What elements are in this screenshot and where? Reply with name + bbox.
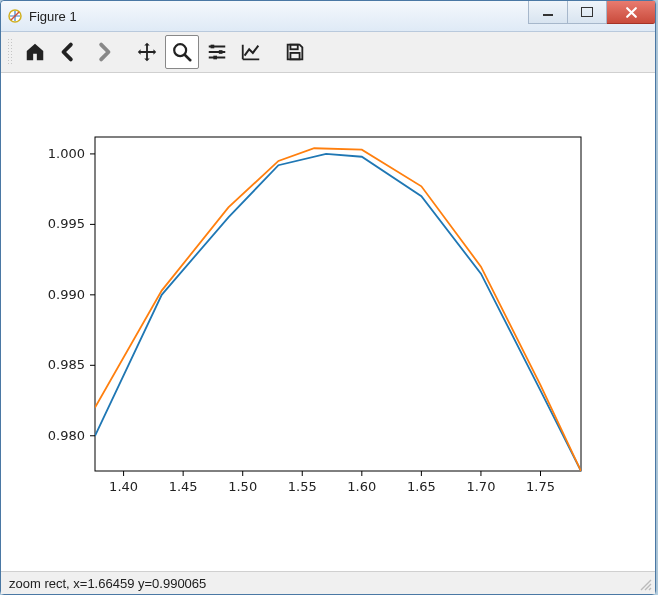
svg-rect-2 (211, 45, 215, 49)
svg-text:1.55: 1.55 (288, 479, 317, 494)
arrow-left-icon (58, 41, 80, 63)
svg-text:1.000: 1.000 (48, 146, 85, 161)
toolbar (1, 32, 655, 73)
axes-button[interactable] (235, 36, 267, 68)
svg-rect-6 (290, 53, 299, 59)
svg-rect-5 (290, 45, 297, 50)
svg-rect-7 (95, 137, 581, 471)
chart: 1.401.451.501.551.601.651.701.750.9800.9… (1, 73, 655, 571)
save-button[interactable] (279, 36, 311, 68)
status-bar: zoom rect, x=1.66459 y=0.990065 (1, 571, 655, 594)
sliders-icon (206, 41, 228, 63)
app-icon (7, 8, 23, 24)
close-button[interactable] (606, 1, 655, 24)
plot-area[interactable]: 1.401.451.501.551.601.651.701.750.9800.9… (1, 73, 655, 571)
svg-rect-4 (213, 56, 217, 60)
maximize-button[interactable] (567, 1, 606, 24)
subplots-button[interactable] (201, 36, 233, 68)
title-bar[interactable]: Figure 1 (1, 1, 655, 32)
svg-text:0.995: 0.995 (48, 216, 85, 231)
status-text: zoom rect, x=1.66459 y=0.990065 (9, 576, 206, 591)
forward-button[interactable] (87, 36, 119, 68)
resize-grip-icon[interactable] (639, 578, 653, 592)
close-icon (625, 6, 638, 19)
chart-line-icon (240, 41, 262, 63)
svg-text:1.60: 1.60 (347, 479, 376, 494)
window-title: Figure 1 (29, 9, 77, 24)
svg-text:1.75: 1.75 (526, 479, 555, 494)
figure-window: Figure 1 (0, 0, 656, 595)
zoom-icon (171, 41, 193, 63)
svg-text:0.980: 0.980 (48, 428, 85, 443)
svg-text:1.45: 1.45 (169, 479, 198, 494)
svg-text:1.70: 1.70 (466, 479, 495, 494)
svg-text:0.985: 0.985 (48, 357, 85, 372)
back-button[interactable] (53, 36, 85, 68)
move-icon (136, 41, 158, 63)
pan-button[interactable] (131, 36, 163, 68)
save-icon (284, 41, 306, 63)
svg-text:1.65: 1.65 (407, 479, 436, 494)
svg-text:0.990: 0.990 (48, 287, 85, 302)
svg-text:1.50: 1.50 (228, 479, 257, 494)
arrow-right-icon (92, 41, 114, 63)
home-icon (24, 41, 46, 63)
zoom-button[interactable] (165, 35, 199, 69)
svg-rect-3 (219, 50, 223, 54)
home-button[interactable] (19, 36, 51, 68)
toolbar-handle[interactable] (7, 38, 13, 66)
window-controls (528, 1, 655, 23)
svg-text:1.40: 1.40 (109, 479, 138, 494)
minimize-button[interactable] (528, 1, 567, 24)
